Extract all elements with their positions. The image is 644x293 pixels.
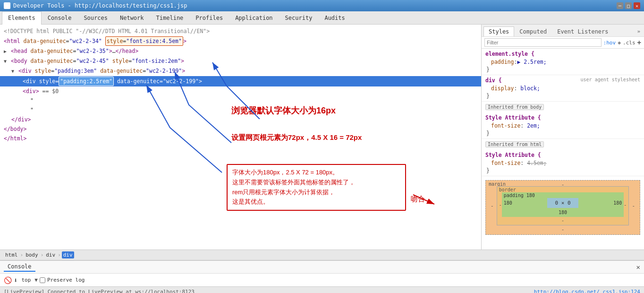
main-content: <!DOCTYPE html PUBLIC "-//W3C//DTD HTML …	[0, 25, 644, 250]
dom-line-quote1[interactable]: "	[0, 96, 481, 105]
console-filter-button[interactable]: ⬇	[14, 276, 17, 284]
tab-timeline[interactable]: Timeline	[150, 11, 190, 25]
box-padding-inner: padding 180 180 0 × 0 180 180	[502, 192, 624, 217]
tab-elements[interactable]: Elements	[2, 11, 42, 25]
live-preview-text: [LivePreview] Connected to LivePreview a…	[4, 289, 195, 293]
console-clear-button[interactable]: 🚫	[4, 276, 12, 284]
tab-computed[interactable]: Computed	[514, 26, 552, 36]
html-open-tag: <html data-genuitec="wc2-2-34" style="fo…	[4, 38, 186, 44]
padding-bottom-val: 180	[504, 210, 622, 215]
div-selector: div {	[485, 77, 502, 84]
div-outer-tag: <div style="padding:3em" data-genuitec="…	[18, 68, 185, 74]
dom-line-html[interactable]: <html data-genuitec="wc2-2-34" style="fo…	[0, 36, 481, 46]
tab-profiles[interactable]: Profiles	[189, 11, 229, 25]
body-arrow[interactable]: ▼	[4, 59, 7, 64]
margin-middle-row: - border - padding 180 180	[488, 186, 638, 225]
tab-network[interactable]: Network	[114, 11, 150, 25]
dom-line-div-inner[interactable]: <div style="padding:2.5rem" data-genuite…	[0, 76, 481, 86]
status-url[interactable]: http://blog.csdn.net/	[534, 289, 600, 293]
box-model: margin - - border - padding 180	[485, 180, 640, 235]
div-display-prop: display: block;	[491, 85, 640, 93]
dom-line-div-close[interactable]: </div>	[0, 115, 481, 124]
margin-left-val: -	[488, 203, 497, 209]
console-top-select[interactable]: top	[19, 277, 33, 283]
user-agent-label: user agent stylesheet	[581, 77, 640, 85]
padding-left-val: 180	[504, 200, 512, 206]
inherited-body-label: Inherited from body	[485, 104, 544, 110]
doctype-text: <!DOCTYPE html PUBLIC "-//W3C//DTD HTML …	[4, 28, 210, 34]
console-bar: Console ✕	[0, 260, 644, 273]
tab-audits[interactable]: Audits	[318, 11, 351, 25]
dom-line-html-close[interactable]: </html>	[0, 134, 481, 143]
maximize-button[interactable]: □	[625, 2, 632, 9]
console-tab-label[interactable]: Console	[4, 262, 35, 272]
annotation-yihe: 吻合	[411, 195, 425, 204]
dom-line-head[interactable]: ▶ <head data-genuitec="wc2-2-35">…</head…	[0, 46, 481, 56]
div-close: }	[485, 93, 640, 99]
div-useragent-block: div { user agent stylesheet display: blo…	[482, 75, 644, 102]
console-input-row: 🚫 ⬇ top ▼ Preserve log	[0, 273, 644, 286]
border-label: border	[499, 187, 516, 192]
filter-cls-button[interactable]: .cls	[623, 40, 636, 46]
close-button[interactable]: ✕	[634, 2, 640, 9]
margin-bottom-val: -	[488, 226, 638, 233]
dom-line-body[interactable]: ▼ <body data-genuitec="wc2-2-45" style="…	[0, 56, 481, 66]
window-controls: ─ □ ✕	[617, 2, 640, 9]
breadcrumb-div1[interactable]: div	[44, 251, 57, 259]
html-close-tag: </html>	[4, 135, 26, 142]
tab-styles[interactable]: Styles	[483, 26, 514, 36]
tab-application[interactable]: Application	[229, 11, 279, 25]
tab-event-listeners[interactable]: Event Listeners	[552, 26, 613, 36]
padding-middle-row: 180 0 × 0 180	[504, 198, 622, 208]
styles-tabs: Styles Computed Event Listeners »	[482, 25, 644, 37]
styles-filter-input[interactable]	[484, 38, 602, 47]
preserve-log-label: Preserve log	[47, 277, 85, 283]
div-outer-arrow[interactable]: ▼	[11, 69, 14, 74]
padding-right-val: 180	[613, 200, 622, 206]
breadcrumb-div2[interactable]: div	[62, 251, 74, 259]
tab-more[interactable]: »	[635, 26, 642, 36]
content-dimensions: 0 × 0	[555, 200, 570, 206]
quote2: "	[30, 107, 34, 113]
box-content: 0 × 0	[547, 198, 578, 208]
font-calc-text: 字体大小为180px，2.5 X 72 = 180px。这里不需要管该标签外面其…	[232, 169, 355, 205]
tab-security[interactable]: Security	[279, 11, 319, 25]
dom-line-doctype[interactable]: <!DOCTYPE html PUBLIC "-//W3C//DTD HTML …	[0, 26, 481, 36]
tab-console[interactable]: Console	[42, 11, 78, 25]
body-tag: <body data-genuitec="wc2-2-45" style="fo…	[11, 58, 184, 64]
dom-line-body-close[interactable]: </body>	[0, 124, 481, 134]
element-style-block: element.style { padding:▶ 2.5rem; }	[482, 49, 644, 75]
breadcrumb-html[interactable]: html	[4, 251, 19, 259]
minimize-button[interactable]: ─	[617, 2, 623, 9]
body-fontsize-prop: font-size: 2em;	[491, 122, 640, 130]
annotation-font-calc: 字体大小为180px，2.5 X 72 = 180px。这里不需要管该标签外面其…	[227, 164, 406, 211]
body-close-tag: </body>	[4, 126, 26, 132]
window-title: Developer Tools - http://localhost/testi…	[13, 2, 614, 9]
inherited-html-label-row: Inherited from html	[482, 139, 644, 150]
dom-line-quote2[interactable]: "	[0, 105, 481, 115]
padding-label: padding 180	[504, 193, 535, 198]
body-close: }	[485, 130, 640, 137]
preserve-log-checkbox[interactable]	[40, 277, 45, 283]
tab-sources[interactable]: Sources	[77, 11, 114, 25]
dom-line-div-outer[interactable]: ▼ <div style="padding:3em" data-genuitec…	[0, 66, 481, 76]
console-top-arrow[interactable]: ▼	[34, 277, 38, 283]
div-close-tag: </div>	[11, 116, 31, 123]
box-border-inner: border - padding 180 180 0 × 0	[497, 186, 629, 225]
inherited-body-label-row: Inherited from body	[482, 102, 644, 112]
breadcrumb-body[interactable]: body	[24, 251, 40, 259]
console-close-button[interactable]: ✕	[636, 263, 640, 271]
file-link[interactable]: css1.jsp:124	[603, 289, 640, 293]
filter-hov-button[interactable]: :hov	[603, 40, 616, 46]
main-tab-bar: Elements Console Sources Network Timelin…	[0, 11, 644, 25]
quote1: "	[30, 97, 34, 104]
inherited-html-label: Inherited from html	[485, 141, 544, 147]
equals-text: == $0	[42, 88, 59, 95]
dom-line-div-equals[interactable]: <div> == $0	[0, 86, 481, 96]
head-arrow[interactable]: ▶	[4, 49, 7, 54]
filter-plus-button[interactable]: +	[637, 39, 641, 46]
body-style-selector: Style Attribute {	[485, 114, 640, 121]
element-style-selector: element.style {	[485, 51, 640, 57]
html-style-selector: Style Attribute {	[485, 152, 640, 158]
dom-panel: <!DOCTYPE html PUBLIC "-//W3C//DTD HTML …	[0, 25, 482, 250]
